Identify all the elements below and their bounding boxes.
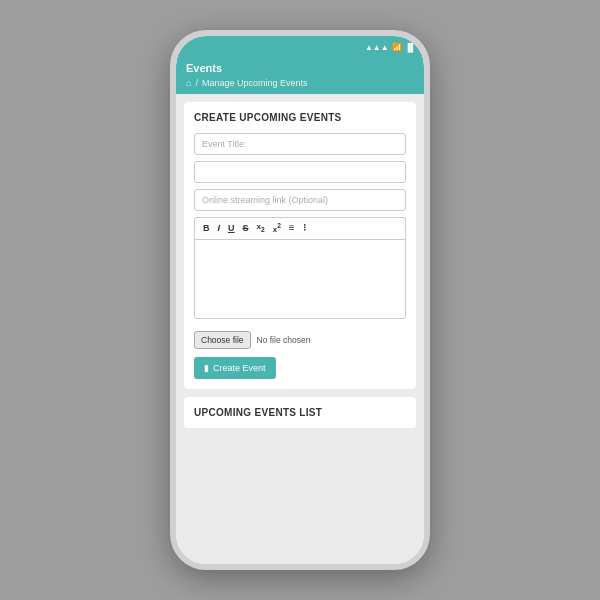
create-btn-icon: ▮ <box>204 363 209 373</box>
status-bar: ▲▲▲ 📶 ▐▌ <box>176 36 424 58</box>
event-title-input[interactable] <box>194 133 406 155</box>
home-icon: ⌂ <box>186 78 191 88</box>
superscript-button[interactable]: x2 <box>271 222 283 235</box>
create-event-button[interactable]: ▮ Create Event <box>194 357 276 379</box>
content-area: CREATE UPCOMING EVENTS 8/18 10:00 AM - 8… <box>176 94 424 564</box>
bold-button[interactable]: B <box>201 223 212 234</box>
breadcrumb-separator: / <box>195 78 198 88</box>
breadcrumb: ⌂ / Manage Upcoming Events <box>186 78 414 88</box>
status-icons: ▲▲▲ 📶 ▐▌ <box>365 43 416 52</box>
rich-text-toolbar: B I U S x2 x2 ≡ ⁝ <box>194 217 406 239</box>
rich-text-content[interactable] <box>194 239 406 319</box>
streaming-link-group <box>194 189 406 211</box>
phone-frame: ▲▲▲ 📶 ▐▌ Events ⌂ / Manage Upcoming Even… <box>170 30 430 570</box>
choose-file-button[interactable]: Choose file <box>194 331 251 349</box>
app-header: Events ⌂ / Manage Upcoming Events <box>176 58 424 94</box>
upcoming-events-list-title: UPCOMING EVENTS LIST <box>194 407 406 418</box>
subscript-button[interactable]: x2 <box>255 222 267 234</box>
create-btn-label: Create Event <box>213 363 266 373</box>
unordered-list-button[interactable]: ⁝ <box>301 222 308 234</box>
create-event-title: CREATE UPCOMING EVENTS <box>194 112 406 123</box>
event-title-group <box>194 133 406 155</box>
italic-button[interactable]: I <box>216 223 223 234</box>
breadcrumb-text: Manage Upcoming Events <box>202 78 308 88</box>
phone-screen: ▲▲▲ 📶 ▐▌ Events ⌂ / Manage Upcoming Even… <box>176 36 424 564</box>
date-range-group: 8/18 10:00 AM - 8/19 06:00 PM <box>194 161 406 183</box>
upcoming-events-list-card: UPCOMING EVENTS LIST <box>184 397 416 428</box>
ordered-list-button[interactable]: ≡ <box>287 222 297 234</box>
date-range-input[interactable]: 8/18 10:00 AM - 8/19 06:00 PM <box>194 161 406 183</box>
file-upload-row: Choose file No file chosen <box>194 331 406 349</box>
rich-text-editor: B I U S x2 x2 ≡ ⁝ <box>194 217 406 323</box>
signal-icon: ▲▲▲ <box>365 43 389 52</box>
streaming-link-input[interactable] <box>194 189 406 211</box>
strikethrough-button[interactable]: S <box>241 223 251 234</box>
app-title: Events <box>186 62 414 74</box>
wifi-icon: 📶 <box>392 43 402 52</box>
no-file-text: No file chosen <box>257 335 311 345</box>
battery-icon: ▐▌ <box>405 43 416 52</box>
create-event-card: CREATE UPCOMING EVENTS 8/18 10:00 AM - 8… <box>184 102 416 389</box>
underline-button[interactable]: U <box>226 223 237 234</box>
